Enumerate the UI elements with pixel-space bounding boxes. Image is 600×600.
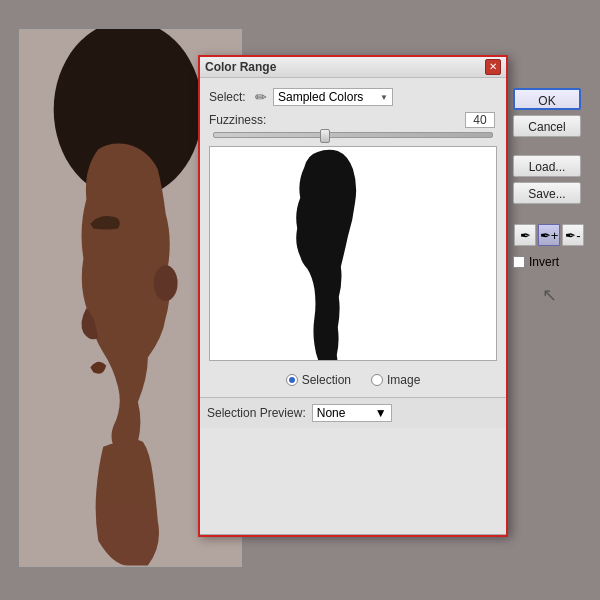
select-row: Select: ✏ Sampled Colors ▼ — [209, 88, 497, 106]
eyedropper-add-tool-button[interactable]: ✒+ — [538, 224, 560, 246]
close-button[interactable]: ✕ — [485, 59, 501, 75]
cancel-button[interactable]: Cancel — [513, 115, 581, 137]
invert-checkbox[interactable] — [513, 256, 525, 268]
invert-label: Invert — [529, 255, 559, 269]
radio-image[interactable]: Image — [371, 373, 420, 387]
fuzziness-row: Fuzziness: 40 — [209, 112, 497, 128]
radio-selection[interactable]: Selection — [286, 373, 351, 387]
selection-radio-label: Selection — [302, 373, 351, 387]
eyedropper-subtract-tool-button[interactable]: ✒- — [562, 224, 584, 246]
preview-area — [209, 146, 497, 361]
dialog-body: Select: ✏ Sampled Colors ▼ Fuzziness: 40 — [199, 78, 507, 428]
image-radio-button[interactable] — [371, 374, 383, 386]
eyedropper-icon: ✏ — [255, 89, 267, 105]
cursor-indicator: ↖ — [513, 284, 585, 306]
fuzziness-slider-container[interactable] — [209, 132, 497, 138]
radio-row: Selection Image — [209, 373, 497, 387]
dropdown-arrow-icon: ▼ — [380, 93, 388, 102]
save-button[interactable]: Save... — [513, 182, 581, 204]
dialog-titlebar: Color Range ✕ — [199, 56, 507, 78]
selection-preview-row: Selection Preview: None ▼ — [199, 397, 507, 428]
fuzziness-value: 40 — [465, 112, 495, 128]
select-label: Select: — [209, 90, 249, 104]
eyedropper-tool-button[interactable]: ✒ — [514, 224, 536, 246]
ok-button[interactable]: OK — [513, 88, 581, 110]
slider-track[interactable] — [213, 132, 493, 138]
svg-point-2 — [154, 265, 178, 301]
color-range-dialog: Color Range ✕ Select: ✏ Sampled Colors ▼… — [198, 55, 508, 535]
sel-preview-dropdown[interactable]: None ▼ — [312, 404, 392, 422]
sel-preview-arrow-icon: ▼ — [375, 406, 387, 420]
eyedropper-tools: ✒ ✒+ ✒- — [513, 224, 585, 246]
selection-radio-button[interactable] — [286, 374, 298, 386]
sel-preview-label: Selection Preview: — [207, 406, 306, 420]
invert-row: Invert — [513, 255, 585, 269]
dialog-title: Color Range — [205, 60, 276, 74]
select-dropdown[interactable]: Sampled Colors ▼ — [273, 88, 393, 106]
slider-thumb[interactable] — [320, 129, 330, 143]
dialog-buttons: OK Cancel Load... Save... ✒ ✒+ ✒- Invert… — [513, 88, 585, 306]
selection-preview-svg — [210, 147, 496, 360]
image-radio-label: Image — [387, 373, 420, 387]
load-button[interactable]: Load... — [513, 155, 581, 177]
fuzziness-label: Fuzziness: — [209, 113, 269, 127]
